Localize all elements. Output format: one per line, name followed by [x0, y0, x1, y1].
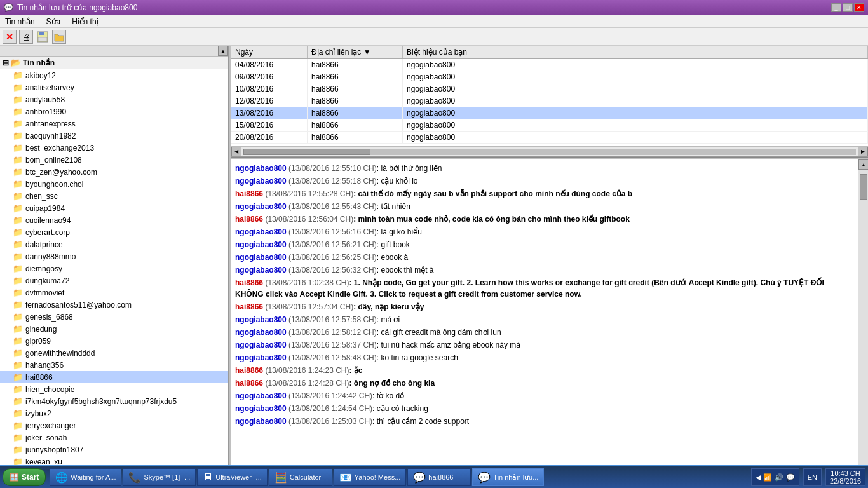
- folder-icon: 📁: [13, 119, 23, 128]
- chat-scroll-thumb[interactable]: [860, 174, 867, 200]
- folder-item[interactable]: 📁hai8866: [0, 371, 228, 383]
- toolbar-btn-print[interactable]: 🖨: [19, 30, 33, 44]
- start-button[interactable]: 🪟 Start: [3, 468, 46, 486]
- folder-label: dalatprince: [25, 240, 63, 249]
- hscroll-track[interactable]: [243, 149, 856, 155]
- col-alias[interactable]: Biệt hiệu của bạn: [403, 46, 868, 58]
- taskbar-app-button-5[interactable]: 💬hai8866: [407, 468, 471, 486]
- scroll-up-arrow[interactable]: ▲: [218, 46, 228, 56]
- tray-arrow[interactable]: ◀: [756, 473, 761, 482]
- folder-item[interactable]: 📁akiboy12: [0, 69, 228, 81]
- folder-icon: 📁: [13, 264, 23, 273]
- horizontal-scrollbar[interactable]: ◀ ▶: [231, 146, 868, 156]
- toolbar-btn-x[interactable]: ✕: [3, 30, 17, 44]
- menu-view[interactable]: Hiển thị: [69, 17, 100, 27]
- clock[interactable]: 10:43 CH 22/8/2016: [825, 468, 865, 486]
- taskbar-app-button-2[interactable]: 🖥UltraViewer -...: [197, 468, 268, 486]
- col-date[interactable]: Ngày: [231, 46, 308, 58]
- folder-item[interactable]: 📁izybux2: [0, 407, 228, 419]
- taskbar-app-button-1[interactable]: 📞Skype™ [1] -...: [123, 468, 196, 486]
- folder-item[interactable]: 📁hien_chocopie: [0, 383, 228, 395]
- chat-time: (13/08/2016 12:56:16 CH): [287, 227, 377, 236]
- folder-item[interactable]: 📁anhbro1990: [0, 105, 228, 118]
- language-button[interactable]: EN: [803, 468, 822, 486]
- folder-item[interactable]: 📁glpr059: [0, 335, 228, 347]
- menu-messages[interactable]: Tin nhắn: [3, 17, 37, 27]
- table-row[interactable]: 12/08/2016hai8866ngogiabao800: [231, 95, 868, 107]
- folder-item[interactable]: 📁fernadosantos511@yahoo.com: [0, 299, 228, 311]
- cell-alias: ngogiabao800: [403, 132, 868, 143]
- folder-item[interactable]: 📁andylau558: [0, 93, 228, 105]
- chat-time: (13/08/2016 1:25:03 CH): [287, 417, 372, 426]
- taskbar-app-label-1: Skype™ [1] -...: [144, 473, 190, 481]
- chat-scrollbar[interactable]: ▲ ▼: [858, 159, 868, 488]
- taskbar-app-button-4[interactable]: 📧Yahoo! Mess...: [334, 468, 407, 486]
- table-row[interactable]: 13/08/2016hai8866ngogiabao800: [231, 107, 868, 119]
- hscroll-right[interactable]: ▶: [858, 147, 868, 157]
- folder-item[interactable]: 📁baoquynh1982: [0, 130, 228, 142]
- maximize-button[interactable]: □: [843, 3, 853, 12]
- hscroll-thumb[interactable]: [243, 149, 370, 155]
- table-row[interactable]: 10/08/2016hai8866ngogiabao800: [231, 83, 868, 95]
- table-row[interactable]: 20/08/2016hai8866ngogiabao800: [231, 132, 868, 144]
- folder-item[interactable]: 📁genesis_6868: [0, 311, 228, 323]
- folder-label: cyberart.corp: [25, 228, 70, 237]
- taskbar-app-button-6[interactable]: 💬Tin nhắn lưu...: [472, 468, 544, 486]
- folder-tree: ▲ ⊟ 📂 Tin nhắn 📁akiboy12📁analiiseharvey📁…: [0, 46, 229, 488]
- menu-edit[interactable]: Sửa: [44, 17, 64, 27]
- chat-sender: ngogiabao800: [235, 341, 287, 349]
- close-button[interactable]: ✕: [854, 3, 864, 12]
- folder-item[interactable]: 📁ginedung: [0, 323, 228, 335]
- chat-time: (13/08/2016 12:55:28 CH): [263, 189, 353, 198]
- cell-date: 09/08/2016: [231, 71, 308, 83]
- chat-scroll-up[interactable]: ▲: [858, 159, 868, 170]
- minimize-button[interactable]: _: [831, 3, 841, 12]
- folder-item[interactable]: 📁i7km4okyfgynf5bghsh3xgn7ttuqnnp73frjxdu…: [0, 395, 228, 407]
- folder-label: fernadosantos511@yahoo.com: [25, 301, 132, 309]
- hscroll-left[interactable]: ◀: [231, 147, 241, 157]
- folder-item[interactable]: 📁anhtanexpress: [0, 118, 228, 130]
- folder-icon: 📁: [13, 143, 23, 152]
- folder-item[interactable]: 📁cuoilennao94: [0, 214, 228, 226]
- chat-time: (13/08/2016 12:55:10 CH): [287, 164, 377, 173]
- folder-label: diemngosy: [25, 264, 62, 273]
- folder-item[interactable]: 📁chen_ssc: [0, 190, 228, 202]
- table-row[interactable]: 15/08/2016hai8866ngogiabao800: [231, 119, 868, 132]
- folder-item[interactable]: 📁byounghoon.choi: [0, 178, 228, 190]
- chat-text: : ặc: [349, 366, 362, 375]
- chat-text: : đây, nạp kieru vậy: [353, 302, 424, 311]
- folder-item[interactable]: 📁cuipap1984: [0, 202, 228, 214]
- folder-item[interactable]: 📁best_exchange2013: [0, 142, 228, 154]
- folder-item[interactable]: 📁dvtmmoviet: [0, 287, 228, 299]
- table-row[interactable]: 04/08/2016hai8866ngogiabao800: [231, 59, 868, 71]
- folder-root[interactable]: ⊟ 📂 Tin nhắn: [0, 57, 228, 69]
- chat-text: : gift book: [377, 240, 410, 249]
- folder-item[interactable]: 📁analiiseharvey: [0, 81, 228, 93]
- col-contact[interactable]: Địa chỉ liên lạc ▼: [308, 46, 403, 58]
- folder-item[interactable]: 📁dalatprince: [0, 238, 228, 250]
- folder-item[interactable]: 📁junnyshoptn1807: [0, 444, 228, 456]
- chat-time: (13/08/2016 1:24:54 CH): [287, 404, 372, 413]
- taskbar: 🪟 Start 🌐Waiting for A...📞Skype™ [1] -..…: [0, 465, 868, 488]
- table-row[interactable]: 09/08/2016hai8866ngogiabao800: [231, 71, 868, 83]
- toolbar-btn-save[interactable]: [36, 30, 50, 44]
- folder-icon: 📁: [13, 83, 23, 92]
- taskbar-app-button-3[interactable]: 🧮Calculator: [269, 468, 332, 486]
- folder-item[interactable]: 📁joker_sonah: [0, 431, 228, 444]
- folder-item[interactable]: 📁btc_zen@yahoo.com: [0, 166, 228, 178]
- chat-message: ngogiabao800 (13/08/2016 12:58:48 CH): k…: [235, 351, 854, 364]
- folder-item[interactable]: 📁diemngosy: [0, 262, 228, 274]
- toolbar-btn-open[interactable]: [52, 30, 66, 44]
- chat-message: ngogiabao800 (13/08/2016 12:56:21 CH): g…: [235, 238, 854, 251]
- chat-message: ngogiabao800 (13/08/2016 12:58:37 CH): t…: [235, 339, 854, 351]
- folder-item[interactable]: 📁hahang356: [0, 359, 228, 371]
- cell-contact: hai8866: [308, 132, 403, 143]
- folder-item[interactable]: 📁gonewiththewindddd: [0, 347, 228, 359]
- folder-item[interactable]: 📁dungkuma72: [0, 274, 228, 287]
- folder-item[interactable]: 📁cyberart.corp: [0, 226, 228, 238]
- chat-sender: ngogiabao800: [235, 177, 287, 186]
- folder-item[interactable]: 📁danny888mmo: [0, 250, 228, 262]
- folder-item[interactable]: 📁bom_online2108: [0, 154, 228, 166]
- folder-item[interactable]: 📁jerryexchanger: [0, 419, 228, 431]
- taskbar-app-button-0[interactable]: 🌐Waiting for A...: [50, 468, 121, 486]
